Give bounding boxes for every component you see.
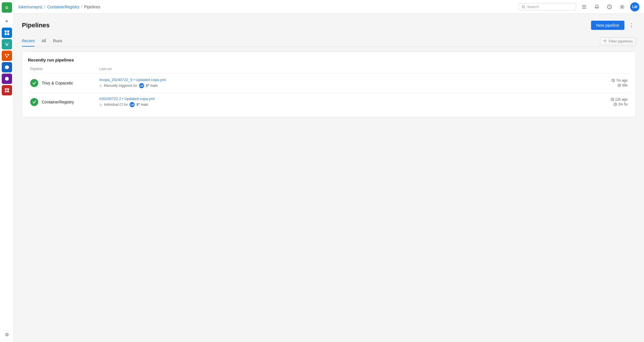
filter-placeholder: Filter pipelines	[609, 39, 633, 43]
branch-icon	[136, 103, 140, 106]
breadcrumb-page: Pipelines	[84, 5, 100, 9]
user-avatar[interactable]: LM	[630, 2, 639, 11]
table-headers: Pipeline Last run	[28, 67, 630, 74]
svg-point-23	[146, 84, 147, 85]
table-row[interactable]: ContainerRegistry #20240722.2 • Updated …	[28, 93, 630, 111]
table-row[interactable]: Trivy & Copacetic #copa_20240722_5 • Upd…	[28, 74, 630, 93]
svg-rect-4	[5, 54, 6, 55]
repos-icon	[4, 42, 9, 47]
commit-sep: •	[122, 97, 125, 101]
sidebar-bottom: ⚙	[2, 329, 12, 340]
duration: 2m 5s	[618, 102, 628, 106]
page-content: Pipelines New pipeline ⋮ Recent All Runs	[14, 14, 644, 342]
menu-icon[interactable]	[580, 2, 589, 11]
breadcrumb-user[interactable]: lukemurraynz	[18, 5, 43, 9]
topnav-right: ? LM	[519, 2, 639, 11]
filter-area: Filter pipelines	[600, 37, 636, 45]
run-meta: ◷ Manually triggered for LM main	[99, 83, 605, 88]
tabs-bar: Recent All Runs Filter pipelines	[22, 36, 636, 47]
user-avatar-small: LM	[139, 83, 144, 88]
sidebar-item-pipelines[interactable]	[2, 51, 12, 61]
breadcrumb-sep2: /	[81, 5, 82, 9]
clock-icon	[611, 98, 614, 101]
more-apps-icon	[4, 88, 9, 93]
sidebar-item-add[interactable]: +	[2, 16, 12, 26]
search-input[interactable]	[527, 5, 573, 9]
trigger-text: Manually triggered for	[104, 84, 137, 88]
trigger-icon: ◷	[99, 103, 102, 107]
breadcrumb-project[interactable]: ContainerRegistry	[47, 5, 79, 9]
new-pipeline-button[interactable]: New pipeline	[591, 21, 624, 30]
user-avatar-small: LM	[129, 102, 135, 107]
sidebar-item-artifacts[interactable]	[2, 74, 12, 84]
run-timing: 7m ago 59s	[605, 78, 628, 87]
search-icon	[522, 5, 525, 9]
sidebar-item-repos[interactable]	[2, 39, 12, 49]
section-title: Recently run pipelines	[28, 57, 630, 62]
sidebar-item-boards[interactable]	[2, 28, 12, 38]
pipelines-icon	[4, 53, 9, 58]
page-header: Pipelines New pipeline ⋮	[22, 21, 636, 30]
status-success-icon	[30, 98, 38, 106]
tab-all[interactable]: All	[41, 36, 46, 47]
logo-text: G	[5, 5, 8, 10]
filter-icon	[603, 39, 607, 43]
branch-ref: main	[146, 84, 158, 88]
time-ago: 7m ago	[616, 78, 628, 82]
sidebar-item-testplans[interactable]	[2, 62, 12, 72]
run-commit-link[interactable]: #20240722.2 • Updated copa.yml	[99, 97, 605, 101]
bell-icon	[594, 4, 599, 9]
time-ago-row: 12h ago	[611, 97, 628, 101]
svg-point-30	[137, 105, 138, 106]
run-meta: ◷ Individual CI for LM main	[99, 102, 605, 107]
duration-row: 2m 5s	[613, 102, 628, 106]
svg-rect-2	[5, 33, 7, 35]
breadcrumb: lukemurraynz / ContainerRegistry / Pipel…	[18, 5, 100, 9]
svg-rect-8	[5, 88, 7, 90]
notifications-icon[interactable]	[592, 2, 601, 11]
pipeline-section: Recently run pipelines Pipeline Last run…	[22, 51, 636, 117]
svg-line-13	[524, 7, 525, 8]
commit-sep: •	[134, 78, 136, 82]
time-ago: 12h ago	[615, 97, 628, 101]
search-box[interactable]	[519, 3, 576, 10]
svg-rect-1	[7, 30, 9, 32]
svg-rect-9	[7, 88, 9, 90]
help-icon[interactable]: ?	[605, 2, 614, 11]
sidebar-logo[interactable]: G	[2, 2, 12, 13]
run-timing: 12h ago 2m 5s	[605, 97, 628, 106]
svg-rect-5	[7, 54, 9, 55]
tab-recent[interactable]: Recent	[22, 36, 35, 47]
run-info: #20240722.2 • Updated copa.yml ◷ Individ…	[99, 97, 605, 107]
svg-rect-6	[6, 56, 7, 57]
svg-point-25	[148, 84, 149, 85]
branch-name: main	[141, 103, 148, 107]
settings-nav-icon[interactable]	[618, 2, 627, 11]
gear-icon	[620, 4, 625, 9]
duration-icon	[613, 103, 617, 106]
clock-icon	[611, 79, 615, 82]
sidebar-item-more[interactable]	[2, 85, 12, 95]
col-header-pipeline: Pipeline	[30, 67, 99, 71]
sidebar: G + ⚙	[0, 0, 14, 342]
main-content: lukemurraynz / ContainerRegistry / Pipel…	[14, 0, 644, 342]
svg-rect-3	[7, 33, 9, 35]
duration-icon	[618, 84, 621, 87]
pipeline-name[interactable]: Trivy & Copacetic	[42, 81, 99, 85]
tab-runs[interactable]: Runs	[53, 36, 62, 47]
more-icon: ⋮	[629, 22, 634, 28]
svg-rect-11	[7, 91, 9, 92]
run-commit-link[interactable]: #copa_20240722_5 • Updated copa.yml	[99, 78, 605, 82]
boards-icon	[4, 30, 9, 35]
col-header-lastrun: Last run	[99, 67, 628, 71]
svg-point-24	[146, 86, 147, 87]
breadcrumb-sep1: /	[44, 5, 45, 9]
filter-pipelines-input[interactable]: Filter pipelines	[600, 37, 636, 45]
artifacts-icon	[4, 76, 9, 81]
page-title: Pipelines	[22, 22, 50, 29]
svg-marker-7	[5, 65, 9, 69]
pipeline-name[interactable]: ContainerRegistry	[42, 100, 99, 104]
more-options-button[interactable]: ⋮	[627, 21, 636, 30]
topnav: lukemurraynz / ContainerRegistry / Pipel…	[14, 0, 644, 14]
sidebar-settings-icon[interactable]: ⚙	[2, 329, 12, 340]
